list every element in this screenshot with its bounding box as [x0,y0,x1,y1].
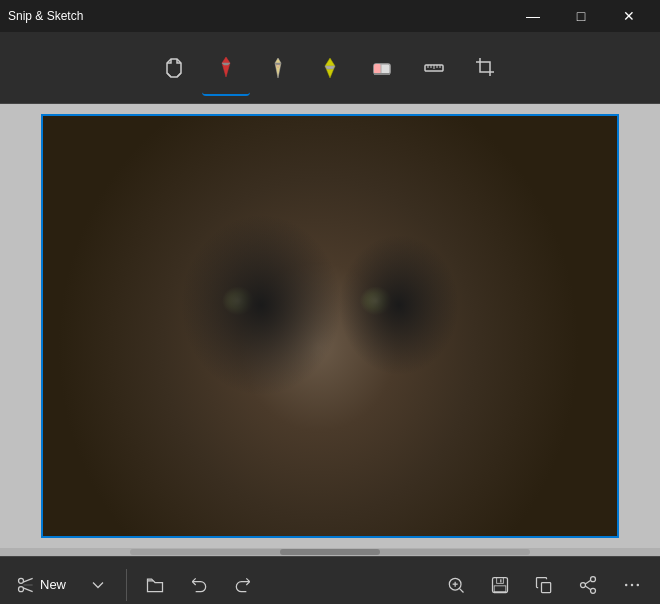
highlighter-icon [318,56,342,80]
svg-line-34 [585,580,591,584]
canvas-area [0,104,660,548]
new-label: New [40,577,66,592]
scroll-track [130,549,530,555]
svg-rect-26 [493,577,508,592]
share-icon [578,575,598,595]
more-options-button[interactable] [612,565,652,605]
save-icon [490,575,510,595]
toolbar [0,32,660,104]
svg-line-19 [23,578,33,582]
svg-marker-6 [325,66,335,69]
redo-icon [233,575,253,595]
app-title: Snip & Sketch [8,9,83,23]
svg-point-38 [637,583,640,586]
crop-icon [474,56,498,80]
pencil-tool[interactable] [254,40,302,96]
chevron-down-icon [88,575,108,595]
ballpoint-pen-icon [214,55,238,79]
touch-write-icon [162,56,186,80]
title-bar: Snip & Sketch — □ ✕ [0,0,660,32]
save-button[interactable] [480,565,520,605]
ruler-tool[interactable] [410,40,458,96]
touch-writing-tool[interactable] [150,40,198,96]
title-bar-left: Snip & Sketch [8,9,83,23]
scissors-icon [16,575,36,595]
scrollbar-area[interactable] [0,548,660,556]
svg-point-18 [19,586,24,591]
new-dropdown-button[interactable] [78,565,118,605]
svg-point-33 [591,588,596,593]
highlighter-tool[interactable] [306,40,354,96]
bottom-bar: New [0,556,660,604]
image-container [41,114,619,538]
svg-rect-28 [494,585,506,591]
svg-line-25 [459,588,463,592]
svg-point-17 [19,578,24,583]
pencil-icon [266,56,290,80]
undo-icon [189,575,209,595]
svg-rect-30 [542,582,551,592]
new-snip-button[interactable]: New [8,565,74,605]
ruler-icon [422,56,446,80]
open-button[interactable] [135,565,175,605]
svg-line-20 [23,587,33,591]
cat-photo [43,116,617,536]
svg-line-35 [585,586,591,590]
svg-rect-27 [497,577,504,583]
more-icon [622,575,642,595]
scroll-thumb[interactable] [280,549,380,555]
svg-point-32 [581,582,586,587]
zoom-button[interactable] [436,565,476,605]
svg-point-37 [631,583,634,586]
zoom-in-icon [446,575,466,595]
undo-button[interactable] [179,565,219,605]
ballpoint-pen-tool[interactable] [202,40,250,96]
close-button[interactable]: ✕ [606,0,652,32]
svg-point-36 [625,583,628,586]
crop-tool[interactable] [462,40,510,96]
eraser-tool[interactable] [358,40,406,96]
maximize-button[interactable]: □ [558,0,604,32]
minimize-button[interactable]: — [510,0,556,32]
folder-icon [145,575,165,595]
separator-1 [126,569,127,601]
redo-button[interactable] [223,565,263,605]
copy-icon [534,575,554,595]
share-button[interactable] [568,565,608,605]
eraser-icon [370,56,394,80]
svg-marker-0 [222,57,230,77]
copy-button[interactable] [524,565,564,605]
title-bar-controls: — □ ✕ [510,0,652,32]
svg-rect-8 [374,64,381,74]
svg-point-31 [591,576,596,581]
